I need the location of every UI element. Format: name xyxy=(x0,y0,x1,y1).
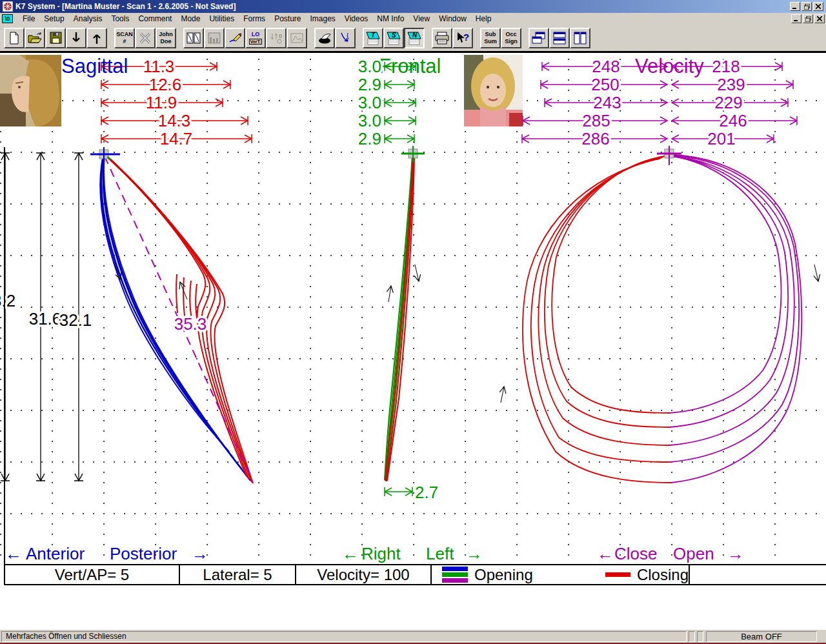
ink-marker-button[interactable] xyxy=(314,28,335,48)
svg-text:S: S xyxy=(392,32,396,39)
status-pane-2 xyxy=(697,631,703,642)
menu-item-tools[interactable]: Tools xyxy=(106,14,134,24)
svg-text:N: N xyxy=(412,32,418,39)
child-close-button[interactable] xyxy=(814,14,825,23)
velocity-opening-traces xyxy=(670,155,801,483)
svg-text:3.0: 3.0 xyxy=(358,111,381,130)
svg-text:0: 0 xyxy=(279,33,282,39)
lo-vert-button[interactable]: LOVerT: xyxy=(245,28,266,48)
opening-legend-label: Opening xyxy=(474,566,533,584)
upload-scan-button[interactable] xyxy=(86,28,107,48)
menu-item-comment[interactable]: Comment xyxy=(134,14,176,24)
patient-name-button[interactable]: JohnDoe xyxy=(156,28,176,48)
svg-text:2.9: 2.9 xyxy=(358,75,381,94)
frontal-right-label: Left xyxy=(426,544,454,564)
menu-item-posture[interactable]: Posture xyxy=(270,14,305,24)
svg-text:286: 286 xyxy=(581,129,609,148)
menu-item-window[interactable]: Window xyxy=(434,14,471,24)
trace-legend: Opening Closing xyxy=(432,565,690,584)
frontal-bottom-value: 2.7 xyxy=(415,483,438,502)
frontal-width-values: 3.0 2.9 3.0 3.0 2.9 xyxy=(358,57,381,148)
tab-t-button[interactable]: T xyxy=(363,28,383,48)
toolbar: SCAN# JohnDoe LOVerT: 0 T S N ? SubSum O xyxy=(0,25,826,51)
vert-ap-scale: Vert/AP= 5 xyxy=(5,565,180,584)
status-bar: Mehrfaches Öffnen und Schliessen Beam OF… xyxy=(0,629,826,643)
svg-text:31.6: 31.6 xyxy=(29,309,62,328)
new-file-button[interactable] xyxy=(4,28,25,48)
velocity-right-label: Open xyxy=(673,544,714,564)
save-file-button[interactable] xyxy=(45,28,66,48)
menu-item-file[interactable]: File xyxy=(18,14,39,24)
opening-frontal-swatch xyxy=(442,572,468,577)
menu-item-forms[interactable]: Forms xyxy=(239,14,270,24)
scan-view: Sagittal Frontal Velocity 11.3 12.6 11.9… xyxy=(0,53,826,629)
child-restore-button[interactable] xyxy=(803,14,813,23)
svg-text:285: 285 xyxy=(582,111,610,130)
occ-sign-button[interactable]: OccSign xyxy=(501,28,521,48)
context-help-button[interactable]: ? xyxy=(452,28,473,48)
closing-legend-label: Closing xyxy=(637,566,689,584)
download-scan-button[interactable] xyxy=(66,28,86,48)
svg-text:250: 250 xyxy=(591,75,619,94)
menu-item-mode[interactable]: Mode xyxy=(176,14,205,24)
beam-status[interactable]: Beam OFF xyxy=(706,631,817,642)
frontal-left-arrow: ← xyxy=(342,544,359,564)
svg-text:229: 229 xyxy=(714,93,742,112)
scan-number-button[interactable]: SCAN# xyxy=(114,28,135,48)
opening-legend-swatches xyxy=(442,567,468,583)
frontal-title: Frontal xyxy=(379,55,441,77)
sagittal-left-label: Anterior xyxy=(26,544,85,564)
svg-text:?: ? xyxy=(463,32,469,43)
window-title: K7 System - [Martina Muster - Scan 1 - 2… xyxy=(15,2,790,11)
open-file-button[interactable] xyxy=(25,28,45,48)
menu-bar: \0 File Setup Analysis Tools Comment Mod… xyxy=(0,13,826,25)
menu-item-images[interactable]: Images xyxy=(305,14,339,24)
menu-item-setup[interactable]: Setup xyxy=(39,14,68,24)
tab-n-button[interactable]: N xyxy=(404,28,425,48)
image-button[interactable] xyxy=(287,28,307,48)
reset-scale-button[interactable]: 0 xyxy=(266,28,287,48)
opening-velocity-swatch xyxy=(442,578,468,583)
menu-item-view[interactable]: View xyxy=(408,14,434,24)
svg-text:12.6: 12.6 xyxy=(149,75,182,94)
velocity-scale: Velocity= 100 xyxy=(296,565,432,584)
menu-item-nm-info[interactable]: NM Info xyxy=(372,14,408,24)
svg-text:11.3: 11.3 xyxy=(143,57,175,76)
frontal-left-label: Right xyxy=(361,544,401,564)
svg-text:11.9: 11.9 xyxy=(146,93,177,112)
tab-s-button[interactable]: S xyxy=(383,28,404,48)
chart-left-border xyxy=(4,147,5,585)
close-button[interactable] xyxy=(813,2,823,11)
bar-graph-button[interactable] xyxy=(204,28,225,48)
cascade-windows-button[interactable] xyxy=(529,28,549,48)
print-button[interactable] xyxy=(432,28,452,48)
menu-item-help[interactable]: Help xyxy=(471,14,496,24)
menu-item-analysis[interactable]: Analysis xyxy=(69,14,107,24)
dual-graph-button[interactable] xyxy=(183,28,204,48)
curve-tool-button[interactable] xyxy=(335,28,356,48)
menu-item-videos[interactable]: Videos xyxy=(340,14,372,24)
closing-swatch xyxy=(605,572,630,577)
svg-text:3.2: 3.2 xyxy=(0,291,15,310)
svg-text:3.0: 3.0 xyxy=(358,57,381,76)
minimize-button[interactable] xyxy=(790,2,800,11)
child-window-icon[interactable]: \0 xyxy=(2,14,13,23)
menu-item-utilities[interactable]: Utilities xyxy=(205,14,239,24)
empty-cell xyxy=(690,565,826,584)
k7-application-window: K7 System - [Martina Muster - Scan 1 - 2… xyxy=(0,0,826,644)
sagittal-diagonal-value: 35.3 xyxy=(174,314,207,334)
svg-text:14.7: 14.7 xyxy=(160,129,193,148)
svg-text:3.0: 3.0 xyxy=(358,93,381,112)
svg-text:248: 248 xyxy=(592,57,620,76)
tile-horizontal-button[interactable] xyxy=(549,28,570,48)
frontal-right-arrow: → xyxy=(466,544,483,564)
cross-tools-button[interactable] xyxy=(135,28,156,48)
svg-text:T: T xyxy=(371,32,376,39)
sub-sum-button[interactable]: SubSum xyxy=(480,28,501,48)
tile-vertical-button[interactable] xyxy=(570,28,590,48)
restore-button[interactable] xyxy=(801,2,812,11)
child-minimize-button[interactable] xyxy=(791,14,801,23)
sagittal-right-arrow: → xyxy=(192,544,208,564)
annotate-pencil-button[interactable] xyxy=(225,28,245,48)
frontal-origin-crosshair xyxy=(401,146,425,163)
